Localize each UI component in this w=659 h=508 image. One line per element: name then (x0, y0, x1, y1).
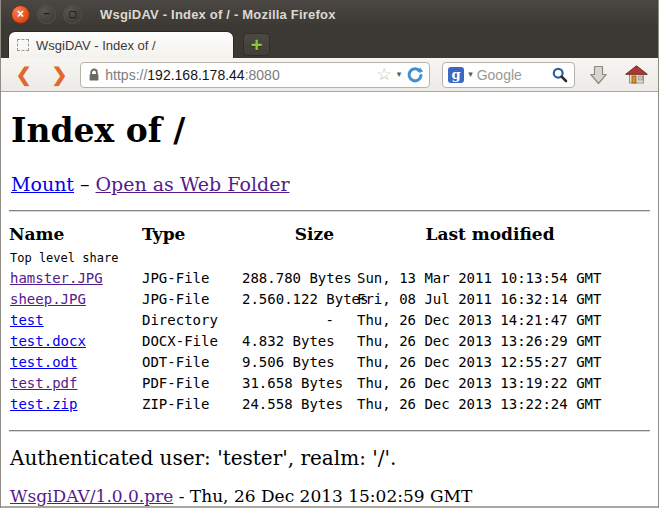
table-row: test.zip ZIP-File 24.558 Bytes Thu, 26 D… (9, 394, 646, 415)
file-name-link[interactable]: test.zip (10, 396, 77, 412)
file-last-modified: Thu, 26 Dec 2013 12:55:27 GMT (334, 352, 646, 373)
google-favicon-icon: g (448, 67, 464, 83)
search-engine-caret-icon[interactable]: ▾ (468, 70, 473, 79)
file-type: ODT-File (142, 352, 242, 373)
search-icon[interactable] (552, 67, 568, 83)
divider-top (9, 210, 650, 212)
table-row: test Directory - Thu, 26 Dec 2013 14:21:… (9, 310, 646, 331)
tab-bar: WsgiDAV - Index of / + (1, 28, 658, 58)
urlbar-dropdown-caret-icon[interactable]: ▾ (397, 70, 402, 79)
table-row: hamster.JPG JPG-File 288.780 Bytes Sun, … (9, 268, 646, 289)
column-header-size: Size (242, 218, 334, 248)
url-bar[interactable]: https://192.168.178.44:8080 ☆ ▾ (80, 62, 430, 88)
share-note-row: Top level share (9, 248, 646, 268)
file-last-modified: Fri, 08 Jul 2011 16:32:14 GMT (334, 289, 646, 310)
navigation-toolbar: ❮ ❯ https://192.168.178.44:8080 ☆ ▾ g ▾ … (1, 58, 658, 92)
file-name-link[interactable]: test.docx (10, 333, 86, 349)
file-size: 9.506 Bytes (242, 352, 334, 373)
title-bar: × – ▢ WsgiDAV - Index of / - Mozilla Fir… (1, 0, 658, 28)
file-type: ZIP-File (142, 394, 242, 415)
url-text: https://192.168.178.44:8080 (105, 67, 371, 83)
new-tab-button[interactable]: + (243, 33, 270, 56)
divider-bottom (9, 430, 650, 432)
forward-arrow-icon: ❯ (52, 63, 68, 86)
minimize-button[interactable]: – (37, 5, 56, 24)
close-icon: × (17, 8, 24, 20)
file-name-link[interactable]: test.pdf (10, 375, 77, 391)
footer-timestamp: - Thu, 26 Dec 2013 15:02:59 GMT (173, 486, 472, 506)
wsgidav-version-link[interactable]: WsgiDAV/1.0.0.pre (10, 486, 173, 506)
file-size: 31.658 Bytes (242, 373, 334, 394)
file-name-link[interactable]: test.odt (10, 354, 77, 370)
tab-title: WsgiDAV - Index of / (36, 38, 156, 53)
file-last-modified: Sun, 13 Mar 2011 10:13:54 GMT (334, 268, 646, 289)
file-size: 2.560.122 Bytes (242, 289, 334, 310)
home-button[interactable] (622, 61, 650, 89)
search-box[interactable]: g ▾ Google (442, 62, 575, 88)
table-row: test.odt ODT-File 9.506 Bytes Thu, 26 De… (9, 352, 646, 373)
table-row: test.pdf PDF-File 31.658 Bytes Thu, 26 D… (9, 373, 646, 394)
page-nav-links: Mount–Open as Web Folder (11, 173, 650, 195)
url-host: 192.168.178.44 (147, 67, 244, 83)
file-type: Directory (142, 310, 242, 331)
plus-icon: + (251, 35, 263, 55)
search-input[interactable]: Google (477, 67, 548, 83)
download-button[interactable] (585, 61, 613, 89)
file-size: 4.832 Bytes (242, 331, 334, 352)
firefox-window: × – ▢ WsgiDAV - Index of / - Mozilla Fir… (0, 0, 659, 508)
reload-button[interactable] (406, 66, 424, 84)
page-content: Index of / Mount–Open as Web Folder Name… (1, 92, 658, 508)
column-header-last-modified: Last modified (334, 218, 646, 248)
file-last-modified: Thu, 26 Dec 2013 14:21:47 GMT (334, 310, 646, 331)
page-title: Index of / (11, 111, 650, 150)
window-title: WsgiDAV - Index of / - Mozilla Firefox (100, 7, 336, 22)
url-scheme: https:// (105, 67, 147, 83)
forward-button[interactable]: ❯ (45, 62, 75, 88)
file-table: Name Type Size Last modified Top level s… (9, 218, 646, 415)
file-name-link[interactable]: test (10, 312, 44, 328)
lock-icon (88, 68, 100, 82)
url-port: :8080 (245, 67, 280, 83)
back-arrow-icon: ❮ (16, 63, 32, 86)
share-note: Top level share (9, 248, 646, 268)
close-button[interactable]: × (11, 5, 30, 24)
maximize-button[interactable]: ▢ (63, 5, 82, 24)
file-name-link[interactable]: hamster.JPG (10, 270, 103, 286)
column-header-type: Type (142, 218, 242, 248)
file-last-modified: Thu, 26 Dec 2013 13:26:29 GMT (334, 331, 646, 352)
download-arrow-icon (590, 65, 607, 85)
auth-status-text: Authenticated user: 'tester', realm: '/'… (10, 446, 650, 470)
footer: WsgiDAV/1.0.0.pre - Thu, 26 Dec 2013 15:… (10, 486, 650, 506)
back-button[interactable]: ❮ (9, 62, 39, 88)
file-size: 24.558 Bytes (242, 394, 334, 415)
minimize-icon: – (43, 7, 50, 19)
window-controls: × – ▢ (11, 5, 82, 24)
file-table-header-row: Name Type Size Last modified (9, 218, 646, 248)
file-table-body: Top level share hamster.JPG JPG-File 288… (9, 248, 646, 415)
mount-link[interactable]: Mount (11, 173, 74, 195)
maximize-icon: ▢ (68, 10, 77, 19)
bookmark-star-icon[interactable]: ☆ (376, 66, 391, 83)
tab-active[interactable]: WsgiDAV - Index of / (8, 31, 234, 58)
home-icon (625, 65, 648, 84)
table-row: sheep.JPG JPG-File 2.560.122 Bytes Fri, … (9, 289, 646, 310)
file-type: DOCX-File (142, 331, 242, 352)
table-row: test.docx DOCX-File 4.832 Bytes Thu, 26 … (9, 331, 646, 352)
file-last-modified: Thu, 26 Dec 2013 13:19:22 GMT (334, 373, 646, 394)
reload-icon (406, 66, 424, 84)
column-header-name: Name (9, 218, 142, 248)
file-type: PDF-File (142, 373, 242, 394)
page-favicon-placeholder-icon (17, 39, 29, 51)
file-name-link[interactable]: sheep.JPG (10, 291, 86, 307)
file-size: - (242, 310, 334, 331)
file-type: JPG-File (142, 268, 242, 289)
file-size: 288.780 Bytes (242, 268, 334, 289)
file-type: JPG-File (142, 289, 242, 310)
open-as-web-folder-link[interactable]: Open as Web Folder (96, 173, 290, 195)
nav-links-separator: – (80, 173, 90, 195)
file-last-modified: Thu, 26 Dec 2013 13:22:24 GMT (334, 394, 646, 415)
